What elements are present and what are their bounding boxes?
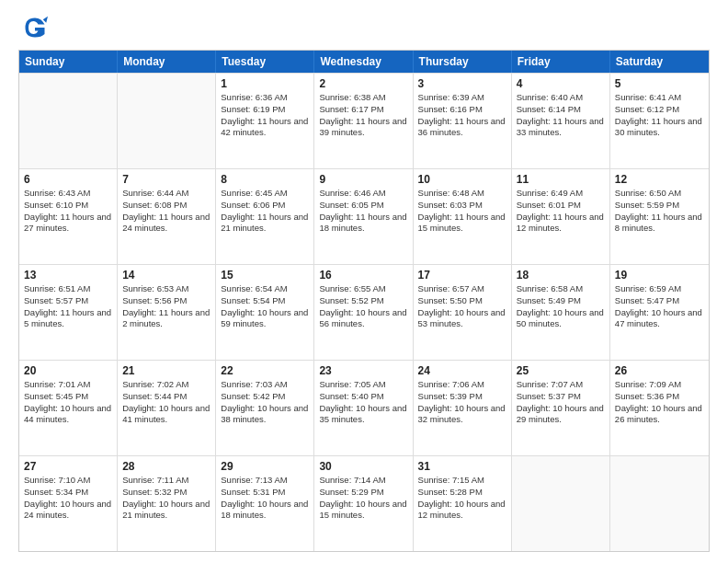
week-row-1: 1Sunrise: 6:36 AM Sunset: 6:19 PM Daylig… (19, 73, 709, 168)
day-number: 26 (615, 364, 704, 377)
day-cell-6: 6Sunrise: 6:43 AM Sunset: 6:10 PM Daylig… (19, 169, 118, 264)
day-cell-28: 28Sunrise: 7:11 AM Sunset: 5:32 PM Dayli… (118, 456, 216, 551)
day-number: 14 (122, 269, 210, 282)
day-number: 7 (122, 173, 210, 186)
header-day-monday: Monday (118, 51, 216, 73)
day-cell-22: 22Sunrise: 7:03 AM Sunset: 5:42 PM Dayli… (216, 361, 314, 455)
day-info: Sunrise: 6:50 AM Sunset: 5:59 PM Dayligh… (615, 188, 704, 235)
day-info: Sunrise: 6:41 AM Sunset: 6:12 PM Dayligh… (615, 92, 704, 139)
day-cell-26: 26Sunrise: 7:09 AM Sunset: 5:36 PM Dayli… (610, 361, 709, 455)
day-cell-13: 13Sunrise: 6:51 AM Sunset: 5:57 PM Dayli… (19, 265, 118, 360)
day-cell-9: 9Sunrise: 6:46 AM Sunset: 6:05 PM Daylig… (314, 169, 413, 264)
day-cell-10: 10Sunrise: 6:48 AM Sunset: 6:03 PM Dayli… (414, 169, 512, 264)
day-info: Sunrise: 7:13 AM Sunset: 5:31 PM Dayligh… (221, 475, 309, 522)
day-number: 2 (319, 77, 407, 90)
day-number: 5 (615, 77, 704, 90)
week-row-2: 6Sunrise: 6:43 AM Sunset: 6:10 PM Daylig… (19, 168, 709, 264)
empty-cell-0-0 (19, 74, 118, 168)
day-number: 13 (24, 269, 112, 282)
day-cell-16: 16Sunrise: 6:55 AM Sunset: 5:52 PM Dayli… (314, 265, 413, 360)
day-number: 12 (615, 173, 704, 186)
logo (18, 15, 48, 40)
day-info: Sunrise: 7:09 AM Sunset: 5:36 PM Dayligh… (615, 379, 704, 426)
day-number: 1 (221, 77, 309, 90)
day-cell-17: 17Sunrise: 6:57 AM Sunset: 5:50 PM Dayli… (414, 265, 512, 360)
week-row-5: 27Sunrise: 7:10 AM Sunset: 5:34 PM Dayli… (19, 455, 709, 551)
day-info: Sunrise: 7:02 AM Sunset: 5:44 PM Dayligh… (122, 379, 210, 426)
header-day-saturday: Saturday (610, 51, 709, 73)
day-info: Sunrise: 6:36 AM Sunset: 6:19 PM Dayligh… (221, 92, 309, 139)
day-number: 29 (221, 460, 309, 473)
day-number: 3 (418, 77, 506, 90)
day-cell-30: 30Sunrise: 7:14 AM Sunset: 5:29 PM Dayli… (314, 456, 413, 551)
day-info: Sunrise: 6:45 AM Sunset: 6:06 PM Dayligh… (221, 188, 309, 235)
empty-cell-4-5 (512, 456, 610, 551)
day-number: 30 (319, 460, 407, 473)
day-number: 15 (221, 269, 309, 282)
day-cell-11: 11Sunrise: 6:49 AM Sunset: 6:01 PM Dayli… (512, 169, 610, 264)
header-day-wednesday: Wednesday (314, 51, 413, 73)
day-cell-8: 8Sunrise: 6:45 AM Sunset: 6:06 PM Daylig… (216, 169, 314, 264)
calendar: SundayMondayTuesdayWednesdayThursdayFrid… (18, 50, 710, 552)
day-info: Sunrise: 6:49 AM Sunset: 6:01 PM Dayligh… (517, 188, 605, 235)
day-number: 21 (122, 364, 210, 377)
day-info: Sunrise: 6:39 AM Sunset: 6:16 PM Dayligh… (418, 92, 506, 139)
day-info: Sunrise: 6:48 AM Sunset: 6:03 PM Dayligh… (418, 188, 506, 235)
day-cell-7: 7Sunrise: 6:44 AM Sunset: 6:08 PM Daylig… (118, 169, 216, 264)
day-info: Sunrise: 6:43 AM Sunset: 6:10 PM Dayligh… (24, 188, 112, 235)
day-number: 18 (517, 269, 605, 282)
week-row-3: 13Sunrise: 6:51 AM Sunset: 5:57 PM Dayli… (19, 264, 709, 360)
empty-cell-0-1 (118, 74, 216, 168)
day-number: 9 (319, 173, 407, 186)
day-cell-3: 3Sunrise: 6:39 AM Sunset: 6:16 PM Daylig… (414, 74, 512, 168)
empty-cell-4-6 (610, 456, 709, 551)
day-number: 17 (418, 269, 506, 282)
day-info: Sunrise: 7:15 AM Sunset: 5:28 PM Dayligh… (418, 475, 506, 522)
day-info: Sunrise: 6:58 AM Sunset: 5:49 PM Dayligh… (517, 283, 605, 330)
day-number: 11 (517, 173, 605, 186)
day-cell-4: 4Sunrise: 6:40 AM Sunset: 6:14 PM Daylig… (512, 74, 610, 168)
day-cell-31: 31Sunrise: 7:15 AM Sunset: 5:28 PM Dayli… (414, 456, 512, 551)
day-info: Sunrise: 6:55 AM Sunset: 5:52 PM Dayligh… (319, 283, 407, 330)
day-cell-21: 21Sunrise: 7:02 AM Sunset: 5:44 PM Dayli… (118, 361, 216, 455)
day-number: 25 (517, 364, 605, 377)
header-day-sunday: Sunday (19, 51, 118, 73)
day-number: 28 (122, 460, 210, 473)
day-cell-15: 15Sunrise: 6:54 AM Sunset: 5:54 PM Dayli… (216, 265, 314, 360)
header-day-tuesday: Tuesday (216, 51, 314, 73)
day-number: 10 (418, 173, 506, 186)
day-cell-23: 23Sunrise: 7:05 AM Sunset: 5:40 PM Dayli… (314, 361, 413, 455)
day-info: Sunrise: 6:51 AM Sunset: 5:57 PM Dayligh… (24, 283, 112, 330)
day-number: 23 (319, 364, 407, 377)
day-info: Sunrise: 6:53 AM Sunset: 5:56 PM Dayligh… (122, 283, 210, 330)
day-number: 6 (24, 173, 112, 186)
day-cell-25: 25Sunrise: 7:07 AM Sunset: 5:37 PM Dayli… (512, 361, 610, 455)
day-cell-19: 19Sunrise: 6:59 AM Sunset: 5:47 PM Dayli… (610, 265, 709, 360)
day-info: Sunrise: 6:57 AM Sunset: 5:50 PM Dayligh… (418, 283, 506, 330)
day-number: 20 (24, 364, 112, 377)
day-number: 22 (221, 364, 309, 377)
calendar-header-row: SundayMondayTuesdayWednesdayThursdayFrid… (19, 51, 709, 73)
day-info: Sunrise: 7:06 AM Sunset: 5:39 PM Dayligh… (418, 379, 506, 426)
day-info: Sunrise: 7:10 AM Sunset: 5:34 PM Dayligh… (24, 475, 112, 522)
day-cell-14: 14Sunrise: 6:53 AM Sunset: 5:56 PM Dayli… (118, 265, 216, 360)
day-cell-29: 29Sunrise: 7:13 AM Sunset: 5:31 PM Dayli… (216, 456, 314, 551)
day-cell-1: 1Sunrise: 6:36 AM Sunset: 6:19 PM Daylig… (216, 74, 314, 168)
day-cell-5: 5Sunrise: 6:41 AM Sunset: 6:12 PM Daylig… (610, 74, 709, 168)
day-info: Sunrise: 6:46 AM Sunset: 6:05 PM Dayligh… (319, 188, 407, 235)
calendar-body: 1Sunrise: 6:36 AM Sunset: 6:19 PM Daylig… (19, 73, 709, 551)
day-cell-20: 20Sunrise: 7:01 AM Sunset: 5:45 PM Dayli… (19, 361, 118, 455)
day-info: Sunrise: 6:59 AM Sunset: 5:47 PM Dayligh… (615, 283, 704, 330)
day-info: Sunrise: 7:14 AM Sunset: 5:29 PM Dayligh… (319, 475, 407, 522)
week-row-4: 20Sunrise: 7:01 AM Sunset: 5:45 PM Dayli… (19, 360, 709, 455)
day-number: 19 (615, 269, 704, 282)
day-number: 8 (221, 173, 309, 186)
day-cell-27: 27Sunrise: 7:10 AM Sunset: 5:34 PM Dayli… (19, 456, 118, 551)
day-info: Sunrise: 7:05 AM Sunset: 5:40 PM Dayligh… (319, 379, 407, 426)
header-day-friday: Friday (512, 51, 610, 73)
day-info: Sunrise: 7:01 AM Sunset: 5:45 PM Dayligh… (24, 379, 112, 426)
day-cell-12: 12Sunrise: 6:50 AM Sunset: 5:59 PM Dayli… (610, 169, 709, 264)
logo-icon (22, 15, 48, 40)
day-number: 24 (418, 364, 506, 377)
day-number: 4 (517, 77, 605, 90)
